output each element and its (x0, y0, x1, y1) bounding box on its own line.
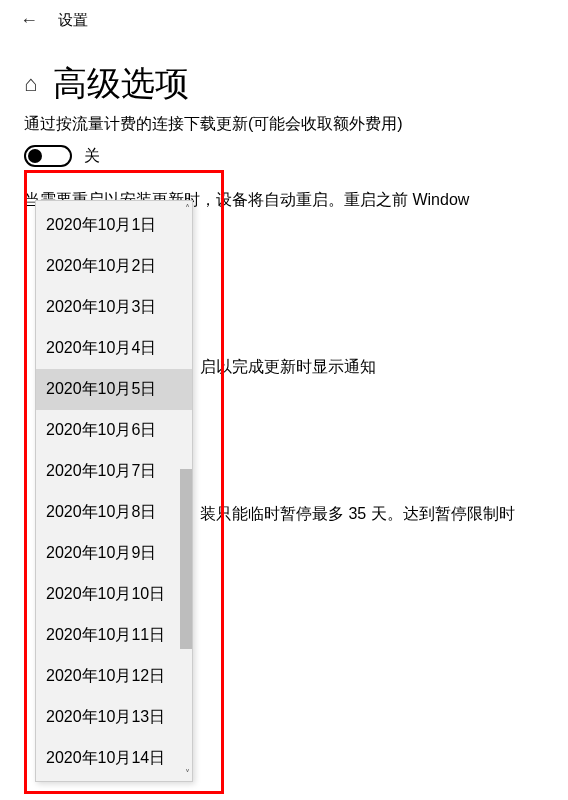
date-option[interactable]: 2020年10月12日 (36, 656, 192, 697)
toggle-knob-icon (28, 149, 42, 163)
date-option[interactable]: 2020年10月13日 (36, 697, 192, 738)
date-option[interactable]: 2020年10月9日 (36, 533, 192, 574)
metered-toggle[interactable] (24, 145, 72, 167)
back-arrow-icon[interactable]: ← (20, 10, 38, 31)
date-dropdown-list: 2020年10月1日2020年10月2日2020年10月3日2020年10月4日… (36, 201, 192, 782)
chevron-down-icon[interactable]: ˅ (185, 768, 190, 779)
settings-label: 设置 (58, 11, 88, 30)
date-dropdown-panel[interactable]: ˄ 2020年10月1日2020年10月2日2020年10月3日2020年10月… (35, 200, 193, 782)
toggle-state-label: 关 (84, 146, 100, 167)
scrollbar-thumb[interactable] (180, 469, 192, 649)
date-option[interactable]: 2020年10月3日 (36, 287, 192, 328)
header-bar: ← 设置 (0, 0, 568, 41)
page-title: 高级选项 (53, 61, 189, 107)
date-option[interactable]: 2020年10月6日 (36, 410, 192, 451)
chevron-up-icon[interactable]: ˄ (185, 203, 190, 214)
date-option[interactable]: 2020年10月10日 (36, 574, 192, 615)
date-option[interactable]: 2020年10月8日 (36, 492, 192, 533)
date-option[interactable]: 2020年10月14日 (36, 738, 192, 779)
date-option[interactable]: 2020年10月11日 (36, 615, 192, 656)
date-option[interactable]: 2020年10月1日 (36, 205, 192, 246)
toggle-row: 关 (0, 137, 568, 175)
date-option[interactable]: 2020年10月5日 (36, 369, 192, 410)
notify-description: 启以完成更新时显示通知 (200, 357, 376, 378)
pause-description: 装只能临时暂停最多 35 天。达到暂停限制时 (200, 504, 568, 525)
date-option[interactable]: 2020年10月4日 (36, 328, 192, 369)
home-icon[interactable]: ⌂ (24, 71, 37, 97)
date-option[interactable]: 2020年10月2日 (36, 246, 192, 287)
metered-connection-desc: 通过按流量计费的连接下载更新(可能会收取额外费用) (0, 112, 568, 137)
date-option[interactable]: 2020年10月7日 (36, 451, 192, 492)
page-title-row: ⌂ 高级选项 (0, 41, 568, 112)
